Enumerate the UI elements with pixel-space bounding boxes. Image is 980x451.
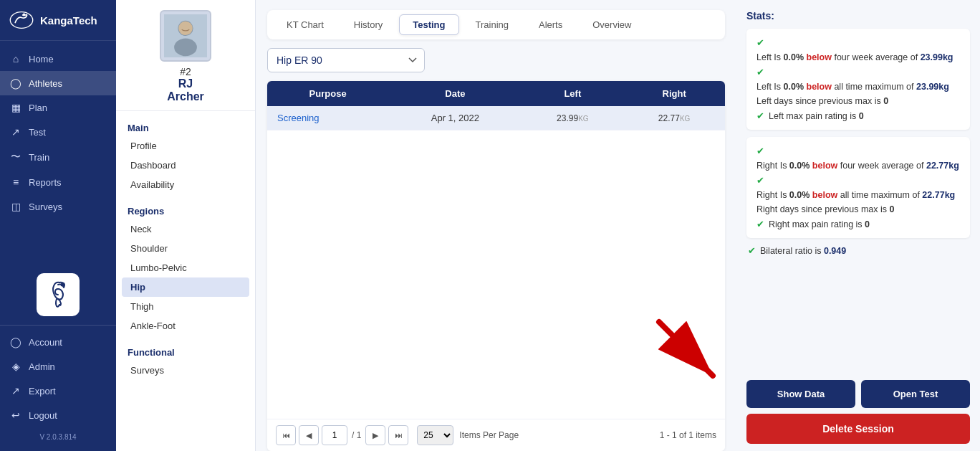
table-panel: Purpose Date Left Right Screening Apr 1,… [267, 81, 725, 451]
sidebar-item-label: Test [29, 127, 46, 138]
sidebar-item-admin[interactable]: ◈ Admin [0, 354, 116, 379]
sidebar-item-label: Export [29, 386, 56, 397]
sidebar-item-export[interactable]: ↗ Export [0, 379, 116, 403]
col-date: Date [388, 81, 522, 106]
cell-purpose[interactable]: Screening [267, 106, 388, 130]
admin-icon: ◈ [10, 361, 21, 372]
per-page-select[interactable]: 10 25 50 100 [417, 425, 453, 445]
home-icon: ⌂ [10, 53, 21, 65]
check-icon-2: ✔ [756, 67, 764, 77]
items-count: 1 - 1 of 1 items [660, 430, 716, 440]
bilateral-ratio-line: ✔ Bilateral ratio is 0.949 [746, 245, 970, 256]
regions-section-title: Regions [122, 201, 249, 219]
sidebar-item-label: Reports [29, 177, 62, 188]
action-buttons: Show Data Open Test Delete Session [746, 373, 970, 444]
page-input[interactable] [322, 425, 347, 445]
left-stat-line-3: Left days since previous max is 0 [756, 96, 960, 106]
functional-section-title: Functional [122, 343, 249, 361]
right-stat-line-1: ✔ Right Is 0.0% below four week average … [756, 146, 960, 171]
page-prev-btn[interactable]: ◀ [299, 425, 319, 445]
sidebar-item-label: Home [29, 54, 54, 65]
sidebar-item-account[interactable]: ◯ Account [0, 330, 116, 354]
page-of-label: / 1 [352, 430, 361, 440]
sidebar-item-athletes[interactable]: ◯ Athletes [0, 71, 116, 95]
kangaroo-logo [37, 273, 80, 316]
logo-icon [9, 10, 34, 30]
sub-nav-lumbo-pelvic[interactable]: Lumbo-Pelvic [122, 258, 249, 277]
test-select[interactable]: Hip ER 90 Hip IR 90 Hip Flexion Hip Exte… [267, 48, 425, 72]
athlete-name: RJArcher [167, 77, 204, 103]
show-data-button[interactable]: Show Data [746, 380, 855, 408]
surveys-icon: ◫ [10, 201, 21, 212]
top-section: KT Chart History Testing Training Alerts… [256, 0, 980, 451]
sub-nav-hip[interactable]: Hip [122, 277, 249, 297]
sidebar-item-surveys[interactable]: ◫ Surveys [0, 194, 116, 219]
data-table: Purpose Date Left Right Screening Apr 1,… [267, 81, 725, 130]
athlete-panel: #2 RJArcher Main Profile Dashboard Avail… [116, 0, 256, 451]
athlete-photo [160, 10, 211, 62]
svg-point-2 [61, 283, 64, 287]
sidebar-item-test[interactable]: ↗ Test [0, 120, 116, 144]
sidebar: KangaTech ⌂ Home ◯ Athletes ▦ Plan ↗ Tes… [0, 0, 116, 451]
col-right: Right [623, 81, 725, 106]
logout-icon: ↩ [10, 409, 21, 421]
left-stat-line-2: ✔ Left Is 0.0% below all time maximum of… [756, 67, 960, 92]
right-stat-line-4: ✔ Right max pain rating is 0 [756, 219, 960, 229]
right-stat-line-2: ✔ Right Is 0.0% below all time maximum o… [756, 175, 960, 200]
tab-training[interactable]: Training [462, 14, 522, 35]
sub-nav-availability[interactable]: Availability [122, 175, 249, 194]
reports-icon: ≡ [10, 176, 21, 188]
sidebar-item-logout[interactable]: ↩ Logout [0, 403, 116, 427]
svg-point-6 [178, 22, 192, 35]
sidebar-item-label: Train [29, 152, 49, 163]
sub-nav-neck[interactable]: Neck [122, 219, 249, 239]
delete-session-button[interactable]: Delete Session [746, 414, 970, 444]
sidebar-item-train[interactable]: 〜 Train [0, 144, 116, 170]
tab-testing[interactable]: Testing [399, 14, 458, 35]
tab-kt-chart[interactable]: KT Chart [273, 14, 337, 35]
cell-left: 23.99KG [522, 106, 623, 130]
tab-alerts[interactable]: Alerts [525, 14, 576, 35]
sub-nav-ankle-foot[interactable]: Ankle-Foot [122, 316, 249, 336]
sidebar-item-label: Athletes [29, 78, 62, 89]
tab-overview[interactable]: Overview [579, 14, 645, 35]
left-stat-line-1: ✔ Left Is 0.0% below four week average o… [756, 37, 960, 62]
action-row-top: Show Data Open Test [746, 380, 970, 408]
check-icon-7: ✔ [748, 245, 756, 256]
check-icon-1: ✔ [756, 37, 764, 48]
app-name: KangaTech [40, 14, 97, 27]
page-next-btn[interactable]: ▶ [365, 425, 385, 445]
test-icon: ↗ [10, 126, 21, 138]
stats-title: Stats: [746, 10, 970, 22]
svg-point-5 [174, 39, 197, 57]
page-last-btn[interactable]: ⏭ [388, 425, 408, 445]
sidebar-item-label: Account [29, 337, 62, 348]
kangaroo-logo-area [0, 265, 116, 325]
content-area: KT Chart History Testing Training Alerts… [256, 0, 736, 451]
sub-nav-thigh[interactable]: Thigh [122, 297, 249, 316]
table-row[interactable]: Screening Apr 1, 2022 23.99KG 22.77KG [267, 106, 725, 130]
sidebar-item-plan[interactable]: ▦ Plan [0, 95, 116, 120]
left-stats-box: ✔ Left Is 0.0% below four week average o… [746, 29, 970, 130]
athlete-number: #2 [180, 66, 191, 77]
right-stats-box: ✔ Right Is 0.0% below four week average … [746, 137, 970, 238]
sidebar-item-label: Plan [29, 103, 47, 113]
sidebar-item-reports[interactable]: ≡ Reports [0, 170, 116, 194]
items-per-page-label: Items Per Page [459, 430, 519, 440]
kangaroo-icon [42, 279, 74, 310]
athlete-info: #2 RJArcher [116, 0, 255, 111]
open-test-button[interactable]: Open Test [861, 380, 970, 408]
pagination-row: ⏮ ◀ / 1 ▶ ⏭ 10 25 50 100 Items Per Page … [267, 419, 725, 451]
sub-nav-surveys[interactable]: Surveys [122, 361, 249, 380]
sub-nav-profile[interactable]: Profile [122, 136, 249, 156]
athletes-icon: ◯ [10, 77, 21, 89]
page-first-btn[interactable]: ⏮ [276, 425, 296, 445]
sub-nav-dashboard[interactable]: Dashboard [122, 156, 249, 175]
sub-nav-shoulder[interactable]: Shoulder [122, 239, 249, 258]
train-icon: 〜 [10, 151, 21, 163]
tab-history[interactable]: History [340, 14, 396, 35]
sidebar-item-home[interactable]: ⌂ Home [0, 47, 116, 71]
cell-right: 22.77KG [623, 106, 725, 130]
check-icon-3: ✔ [756, 110, 764, 121]
svg-point-1 [23, 13, 26, 16]
